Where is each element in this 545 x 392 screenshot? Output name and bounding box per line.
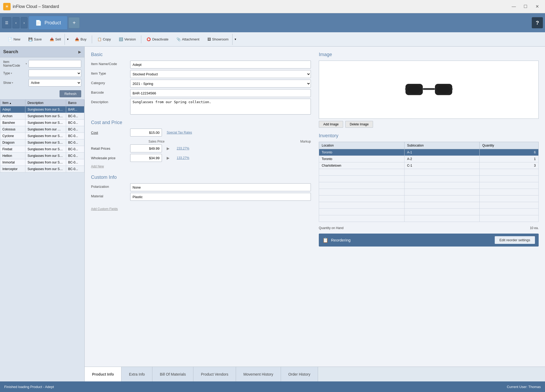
- inv-location: Toronto: [319, 149, 405, 156]
- inv-location: Toronto: [319, 156, 405, 162]
- sales-price-header: Sales Price: [130, 140, 165, 143]
- tab-bill-of-materials[interactable]: Bill Of Materials: [152, 367, 193, 381]
- delete-image-button[interactable]: Delete Image: [345, 121, 373, 128]
- inventory-section: Inventory Location Sublocation Quantity: [319, 133, 539, 247]
- list-item-barcode: BC-0...: [66, 133, 84, 139]
- sell-button[interactable]: 📤 Sell: [46, 34, 65, 45]
- inv-quantity: 1: [479, 156, 538, 162]
- wholesale-price-input[interactable]: [130, 154, 162, 162]
- col-header-barcode[interactable]: Barco: [66, 100, 84, 106]
- category-select[interactable]: 2021 - Spring 2021 - Fall: [130, 80, 311, 88]
- show-filter-select[interactable]: Active Inactive All: [29, 79, 81, 86]
- markup-header-label: Markup: [177, 140, 311, 143]
- buy-button[interactable]: 📥 Buy: [71, 34, 90, 45]
- tab-order-history[interactable]: Order History: [281, 367, 318, 381]
- copy-button[interactable]: 📋 Copy: [94, 34, 115, 45]
- custom-info-title: Custom Info: [91, 175, 311, 180]
- add-image-button[interactable]: Add Image: [319, 121, 343, 128]
- minimize-button[interactable]: —: [509, 3, 519, 10]
- list-item-description: Sunglasses from our Sp...: [25, 133, 66, 139]
- content-two-col: Basic Item Name/Code Item Type Stocked P…: [91, 52, 539, 247]
- col-header-item[interactable]: Item: [0, 100, 25, 106]
- svg-rect-2: [423, 88, 435, 90]
- sell-icon: 📤: [50, 37, 54, 41]
- sell-dropdown-arrow[interactable]: ▼: [65, 34, 71, 45]
- toolbar-separator-1: [92, 35, 92, 43]
- help-button[interactable]: ?: [532, 17, 543, 28]
- basic-section: Basic Item Name/Code Item Type Stocked P…: [91, 52, 311, 115]
- save-button[interactable]: 💾 Save: [25, 34, 46, 45]
- app-title: inFlow Cloud – Standard: [13, 4, 59, 9]
- back-button[interactable]: ‹: [12, 17, 20, 28]
- list-item[interactable]: Immortal Sunglasses from our Sp... BC-0.…: [0, 159, 84, 166]
- inventory-row[interactable]: Charlottetown C-1 3: [319, 162, 539, 169]
- new-button[interactable]: 📄 New: [4, 34, 24, 45]
- list-item[interactable]: Archon Sunglasses from our Sp... BC-0...: [0, 113, 84, 120]
- menu-button[interactable]: ☰: [2, 17, 11, 28]
- barcode-input[interactable]: [130, 89, 311, 97]
- retail-price-input[interactable]: [130, 144, 162, 152]
- inventory-row[interactable]: Toronto A-2 1: [319, 156, 539, 162]
- list-item-name: Cyclone: [0, 133, 25, 139]
- app-icon: ☀: [3, 3, 11, 10]
- cost-input[interactable]: [130, 129, 162, 136]
- image-display: [319, 61, 539, 119]
- sidebar-expand-button[interactable]: ▶: [78, 50, 81, 54]
- edit-reorder-settings-button[interactable]: Edit reorder settings: [495, 236, 535, 244]
- sell-button-group: 📤 Sell ▼: [46, 34, 71, 45]
- list-item[interactable]: Cyclone Sunglasses from our Sp... BC-0..…: [0, 133, 84, 139]
- tab-movement-history[interactable]: Movement History: [236, 367, 281, 381]
- wholesale-price-arrow[interactable]: ▶: [167, 156, 175, 160]
- item-name-input[interactable]: [130, 61, 311, 69]
- inventory-row-empty: [319, 182, 539, 189]
- item-name-filter-input[interactable]: [29, 60, 81, 67]
- list-item[interactable]: Banshee Sunglasses from our Sp... BC-0..…: [0, 120, 84, 126]
- tab-product-vendors[interactable]: Product Vendors: [193, 367, 236, 381]
- cost-row: Cost Special Tax Rates: [91, 129, 311, 136]
- list-item-description: Sunglasses from our Sp...: [25, 106, 66, 113]
- list-item-barcode: BC-0...: [66, 139, 84, 146]
- maximize-button[interactable]: ☐: [521, 3, 530, 10]
- list-item-name: Adept: [0, 106, 25, 113]
- refresh-button[interactable]: Refresh: [60, 90, 81, 97]
- retail-price-arrow[interactable]: ▶: [167, 146, 175, 151]
- list-item[interactable]: Firebat Sunglasses from our Su... BC-0..…: [0, 146, 84, 153]
- version-button[interactable]: 🔢 Version: [115, 34, 139, 45]
- window-controls: — ☐ ✕: [509, 3, 542, 10]
- close-button[interactable]: ✕: [532, 3, 542, 10]
- product-tab[interactable]: 📄 Product: [29, 16, 67, 30]
- item-type-select[interactable]: Stocked Product Non-Stocked Service: [130, 70, 311, 78]
- showroom-button[interactable]: 🖼 Showroom: [204, 34, 232, 45]
- list-item[interactable]: Dragoon Sunglasses from our Su... BC-0..…: [0, 139, 84, 146]
- description-input[interactable]: Sunglasses from our Spring collection.: [130, 99, 311, 115]
- material-input[interactable]: [130, 193, 311, 201]
- deactivate-button[interactable]: ⭕ Deactivate: [143, 34, 172, 45]
- wholesale-markup-value[interactable]: 133.27%: [177, 156, 311, 160]
- inventory-row-empty: [319, 176, 539, 182]
- list-item[interactable]: Adept Sunglasses from our Sp... BAR...: [0, 106, 84, 113]
- inv-sublocation: C-1: [404, 162, 479, 169]
- showroom-dropdown-arrow[interactable]: ▼: [232, 34, 238, 45]
- forward-button[interactable]: ›: [21, 17, 28, 28]
- retail-markup-value[interactable]: 233.27%: [177, 147, 311, 150]
- list-item[interactable]: Hellion Sunglasses from our Sp... BC-0..…: [0, 153, 84, 159]
- attachment-button[interactable]: 📎 Attachment: [173, 34, 203, 45]
- col-header-description[interactable]: Description: [25, 100, 66, 106]
- polarization-input[interactable]: [130, 183, 311, 191]
- wholesale-price-label: Wholesale price: [91, 156, 128, 160]
- tab-extra-info[interactable]: Extra Info: [121, 367, 152, 381]
- image-buttons: Add Image Delete Image: [319, 121, 539, 128]
- list-item[interactable]: Interceptor Sunglasses from our Sp... BC…: [0, 166, 84, 172]
- add-new-price-link[interactable]: Add New: [91, 165, 104, 168]
- special-tax-rates-link[interactable]: Special Tax Rates: [167, 131, 250, 134]
- tab-product-info[interactable]: Product Info: [85, 367, 121, 381]
- type-filter-select[interactable]: Stocked Product Non-Stocked Service: [29, 70, 81, 77]
- polarization-label: Polarization: [91, 183, 128, 189]
- add-tab-button[interactable]: +: [69, 17, 80, 28]
- inventory-row[interactable]: Toronto A-1 6: [319, 149, 539, 156]
- filter-row-name: Item Name/Code ▾: [3, 60, 81, 67]
- add-custom-fields-link[interactable]: Add Custom Fields: [91, 207, 118, 211]
- inv-location: Charlottetown: [319, 162, 405, 169]
- list-item[interactable]: Colossus Sunglasses from our Wi... BC-0.…: [0, 126, 84, 133]
- forward-icon: ›: [24, 21, 25, 25]
